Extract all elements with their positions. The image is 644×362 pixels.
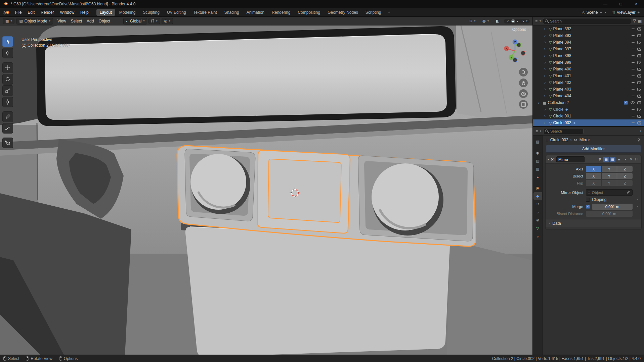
viewlayer-selector[interactable]: ◫ ViewLayer +	[611, 10, 640, 15]
properties-tab[interactable]: ▤	[533, 157, 542, 165]
workspace-tab[interactable]: Texture Paint	[190, 9, 220, 16]
object-name[interactable]: Plane.392	[553, 27, 571, 31]
new-collection-icon[interactable]: ▦	[638, 19, 642, 23]
hide-eye-icon[interactable]	[632, 96, 635, 96]
object-name[interactable]: Circle.001	[553, 114, 571, 118]
filter-icon[interactable]: ∇	[633, 19, 636, 23]
hide-eye-icon[interactable]	[632, 55, 635, 56]
breadcrumb-modifier[interactable]: Mirror	[579, 138, 590, 142]
object-name[interactable]: Plane.399	[553, 60, 571, 65]
workspace-tab[interactable]: Geometry Nodes	[324, 9, 361, 16]
animate-dot-icon[interactable]: •	[637, 205, 638, 208]
add-cube-tool[interactable]	[2, 138, 13, 148]
disable-render-icon[interactable]	[637, 28, 641, 31]
workspace-tab[interactable]: Sculpting	[140, 9, 163, 16]
outliner-search-input[interactable]	[550, 19, 631, 23]
expand-arrow-icon[interactable]: ›	[544, 40, 548, 45]
disable-render-icon[interactable]	[637, 48, 641, 51]
properties-tab[interactable]: ●	[533, 173, 542, 181]
clipping-checkbox[interactable]	[586, 198, 590, 202]
wireframe-shading-button[interactable]: ○	[506, 19, 510, 23]
pin-icon[interactable]	[637, 138, 641, 142]
disable-render-icon[interactable]	[637, 95, 641, 98]
workspace-tab[interactable]: Modeling	[116, 9, 139, 16]
properties-tab[interactable]: ∷	[533, 200, 542, 208]
expand-arrow-icon[interactable]: ›	[544, 94, 548, 98]
hide-eye-icon[interactable]	[632, 122, 635, 123]
viewport-menu-item[interactable]: Select	[69, 18, 84, 24]
outliner-row[interactable]: › ▦ Collection 2	[533, 99, 644, 106]
outliner-row[interactable]: › ▽ Plane.403	[533, 86, 644, 93]
hide-eye-icon[interactable]	[632, 29, 635, 29]
object-name[interactable]: Plane.398	[553, 53, 571, 58]
navigation-gizmo[interactable]: Z X Y	[502, 38, 528, 65]
expand-arrow-icon[interactable]: ›	[544, 67, 548, 71]
menu-item[interactable]: Edit	[25, 9, 38, 16]
realtime-display-toggle[interactable]: ▦	[603, 157, 609, 162]
outliner-search[interactable]	[543, 18, 631, 24]
disable-render-icon[interactable]	[637, 74, 641, 77]
drag-handle-icon[interactable]: ⋮⋮	[634, 158, 639, 161]
workspace-tab[interactable]: Layout	[96, 9, 115, 16]
collection-exclude-checkbox[interactable]	[624, 101, 628, 105]
object-name[interactable]: Plane.402	[553, 80, 571, 85]
camera-display-toggle[interactable]: ●	[616, 157, 622, 162]
new-scene-icon[interactable]: +	[599, 10, 602, 14]
properties-tab[interactable]: ◎	[0, 9, 9, 16]
menu-item[interactable]: Help	[77, 9, 92, 16]
disable-render-icon[interactable]	[637, 41, 641, 44]
data-subpanel-header[interactable]: › Data	[546, 219, 641, 227]
bisect-toggle-button[interactable]: Y	[602, 173, 617, 179]
axis-toggle-button[interactable]: Z	[617, 166, 633, 172]
hide-eye-icon[interactable]	[632, 42, 635, 43]
menu-item[interactable]: Render	[38, 9, 57, 16]
expand-arrow-icon[interactable]: ›	[544, 53, 548, 58]
object-name[interactable]: Plane.394	[553, 40, 571, 45]
collapse-arrow-icon[interactable]: ▾	[548, 158, 549, 161]
transform-tool[interactable]	[2, 97, 13, 107]
solid-shading-button[interactable]: ●	[511, 19, 515, 23]
show-overlays-toggle[interactable]: ◍ ▾	[480, 18, 491, 24]
hide-eye-icon[interactable]	[632, 35, 635, 36]
annotate-tool[interactable]	[2, 111, 13, 122]
object-name[interactable]: Plane.400	[553, 67, 571, 71]
add-modifier-button[interactable]: Add Modifier	[546, 145, 641, 153]
disable-render-icon[interactable]	[637, 68, 641, 71]
disable-render-icon[interactable]	[637, 101, 641, 104]
outliner-row[interactable]: › ▽ Plane.394	[533, 39, 644, 46]
expand-arrow-icon[interactable]: ›	[544, 27, 548, 31]
hide-eye-icon[interactable]	[632, 62, 635, 63]
xray-toggle[interactable]: ◧	[493, 18, 502, 24]
properties-search[interactable]	[543, 128, 584, 134]
cursor-tool[interactable]	[2, 48, 13, 58]
breadcrumb-object[interactable]: Circle.002	[550, 138, 568, 142]
properties-tab[interactable]: ○	[533, 208, 542, 216]
outliner-row[interactable]: › ▽ Plane.401	[533, 72, 644, 79]
outliner-row[interactable]: › ▽ Plane.393	[533, 32, 644, 39]
pan-button[interactable]	[519, 79, 528, 87]
axis-toggle-button[interactable]: Y	[602, 166, 617, 172]
hide-eye-icon[interactable]	[632, 75, 635, 76]
merge-checkbox[interactable]	[586, 205, 590, 209]
outliner-row[interactable]: › ▽ Plane.392	[533, 25, 644, 32]
move-tool[interactable]	[2, 62, 13, 73]
disable-render-icon[interactable]	[637, 81, 641, 84]
edit-mode-toggle[interactable]: ∇	[597, 157, 603, 162]
outliner-row[interactable]: › ▽ Circle.001	[533, 113, 644, 119]
properties-editor-icon[interactable]: ≡	[535, 129, 538, 134]
rendered-shading-button[interactable]: ◑	[521, 19, 525, 23]
mode-select[interactable]: ▧ Object Mode ▾	[16, 18, 53, 24]
remove-modifier-button[interactable]: ×	[629, 157, 633, 162]
outliner-row[interactable]: › ▽ Plane.402	[533, 79, 644, 86]
menu-item[interactable]: Window	[57, 9, 77, 16]
scene-name[interactable]: Scene	[586, 10, 598, 15]
object-name[interactable]: Circle.002	[553, 120, 571, 125]
properties-tab[interactable]: ◆	[533, 192, 542, 200]
expand-arrow-icon[interactable]: ›	[544, 60, 548, 65]
properties-tab[interactable]: ▣	[533, 184, 542, 192]
object-name[interactable]: Plane.404	[553, 94, 571, 98]
properties-tab[interactable]: ⊗	[533, 216, 542, 224]
viewlayer-name[interactable]: ViewLayer	[617, 10, 636, 15]
workspace-tab[interactable]: Shading	[221, 9, 243, 16]
outliner-row[interactable]: › ▽ Circle.002 ◆	[533, 119, 644, 126]
